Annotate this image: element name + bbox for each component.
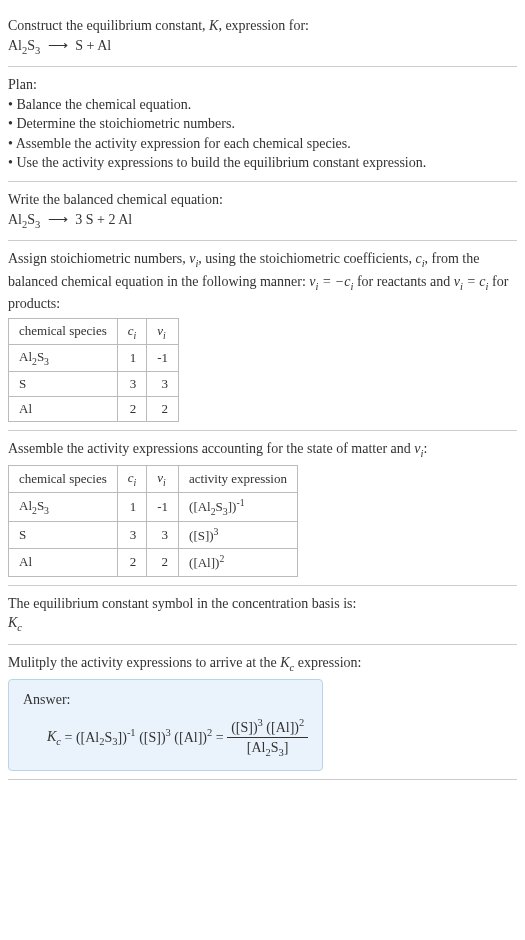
- stoich-text: Assign stoichiometric numbers, νi, using…: [8, 249, 517, 314]
- table-header-row: chemical species ci νi: [9, 318, 179, 345]
- cell-species: Al2S3: [9, 345, 118, 372]
- intro-text-post: , expression for:: [218, 18, 309, 33]
- kc-symbol: Kc: [8, 613, 517, 635]
- symbol-section: The equilibrium constant symbol in the c…: [8, 586, 517, 645]
- multiply-text-pre: Mulitply the activity expressions to arr…: [8, 655, 280, 670]
- activity-section: Assemble the activity expressions accoun…: [8, 431, 517, 586]
- cell-ci: 3: [117, 371, 147, 396]
- nu-eq: νi = −ci: [309, 274, 353, 289]
- cell-ci: 1: [117, 492, 147, 521]
- header-vi: νi: [147, 466, 179, 493]
- activity-text-post: :: [423, 441, 427, 456]
- table-row: Al 2 2 ([Al])2: [9, 549, 298, 576]
- cell-ci: 2: [117, 549, 147, 576]
- numerator: ([S])3 ([Al])2: [227, 716, 308, 738]
- answer-equation: Kc = ([Al2S3])-1 ([S])3 ([Al])2 = ([S])3…: [23, 716, 308, 761]
- products: S + Al: [75, 38, 111, 53]
- cell-vi: 3: [147, 521, 179, 548]
- intro-equation: Al2S3 ⟶ S + Al: [8, 36, 517, 58]
- plan-heading: Plan:: [8, 75, 517, 95]
- table-row: Al2S3 1 -1: [9, 345, 179, 372]
- multiply-section: Mulitply the activity expressions to arr…: [8, 645, 517, 781]
- plan-section: Plan: • Balance the chemical equation. •…: [8, 67, 517, 182]
- stoich-table: chemical species ci νi Al2S3 1 -1 S 3 3 …: [8, 318, 179, 422]
- header-species: chemical species: [9, 318, 118, 345]
- intro-section: Construct the equilibrium constant, K, e…: [8, 8, 517, 67]
- activity-text-pre: Assemble the activity expressions accoun…: [8, 441, 414, 456]
- cell-activity: ([Al2S3])-1: [179, 492, 298, 521]
- header-ci: ci: [117, 318, 147, 345]
- answer-label: Answer:: [23, 690, 308, 710]
- denominator: [Al2S3]: [227, 738, 308, 760]
- reactant: Al2S3: [8, 38, 40, 53]
- balanced-heading: Write the balanced chemical equation:: [8, 190, 517, 210]
- kc-symbol: Kc: [280, 655, 294, 670]
- stoich-section: Assign stoichiometric numbers, νi, using…: [8, 241, 517, 431]
- cell-species: Al: [9, 396, 118, 421]
- table-row: S 3 3: [9, 371, 179, 396]
- reactant: Al2S3: [8, 212, 40, 227]
- header-species: chemical species: [9, 466, 118, 493]
- stoich-text-mid1: , using the stoichiometric coefficients,: [198, 251, 415, 266]
- cell-ci: 3: [117, 521, 147, 548]
- header-vi: νi: [147, 318, 179, 345]
- cell-ci: 2: [117, 396, 147, 421]
- cell-species: S: [9, 521, 118, 548]
- arrow-icon: ⟶: [44, 212, 72, 227]
- nu-i: νi: [189, 251, 198, 266]
- table-row: Al 2 2: [9, 396, 179, 421]
- cell-vi: -1: [147, 492, 179, 521]
- arrow-icon: ⟶: [44, 38, 72, 53]
- cell-vi: 2: [147, 549, 179, 576]
- cell-activity: ([S])3: [179, 521, 298, 548]
- balanced-equation: Al2S3 ⟶ 3 S + 2 Al: [8, 210, 517, 232]
- cell-vi: 3: [147, 371, 179, 396]
- stoich-text-mid3: for reactants and: [353, 274, 453, 289]
- header-ci: ci: [117, 466, 147, 493]
- table-header-row: chemical species ci νi activity expressi…: [9, 466, 298, 493]
- cell-activity: ([Al])2: [179, 549, 298, 576]
- fraction: ([S])3 ([Al])2 [Al2S3]: [227, 716, 308, 761]
- cell-ci: 1: [117, 345, 147, 372]
- table-row: S 3 3 ([S])3: [9, 521, 298, 548]
- plan-bullet-2: • Determine the stoichiometric numbers.: [8, 114, 517, 134]
- cell-vi: -1: [147, 345, 179, 372]
- nu-eq2: νi = ci: [454, 274, 489, 289]
- answer-box: Answer: Kc = ([Al2S3])-1 ([S])3 ([Al])2 …: [8, 679, 323, 771]
- cell-vi: 2: [147, 396, 179, 421]
- c-i: ci: [415, 251, 424, 266]
- stoich-text-pre: Assign stoichiometric numbers,: [8, 251, 189, 266]
- header-activity: activity expression: [179, 466, 298, 493]
- intro-text-pre: Construct the equilibrium constant,: [8, 18, 209, 33]
- multiply-text-post: expression:: [294, 655, 361, 670]
- intro-line1: Construct the equilibrium constant, K, e…: [8, 16, 517, 36]
- activity-text: Assemble the activity expressions accoun…: [8, 439, 517, 461]
- plan-bullet-4: • Use the activity expressions to build …: [8, 153, 517, 173]
- balanced-section: Write the balanced chemical equation: Al…: [8, 182, 517, 241]
- k-symbol: K: [209, 18, 218, 33]
- products: 3 S + 2 Al: [75, 212, 132, 227]
- multiply-text: Mulitply the activity expressions to arr…: [8, 653, 517, 675]
- plan-bullet-1: • Balance the chemical equation.: [8, 95, 517, 115]
- cell-species: Al2S3: [9, 492, 118, 521]
- symbol-text: The equilibrium constant symbol in the c…: [8, 594, 517, 614]
- table-row: Al2S3 1 -1 ([Al2S3])-1: [9, 492, 298, 521]
- cell-species: S: [9, 371, 118, 396]
- activity-table: chemical species ci νi activity expressi…: [8, 465, 298, 576]
- plan-bullet-3: • Assemble the activity expression for e…: [8, 134, 517, 154]
- cell-species: Al: [9, 549, 118, 576]
